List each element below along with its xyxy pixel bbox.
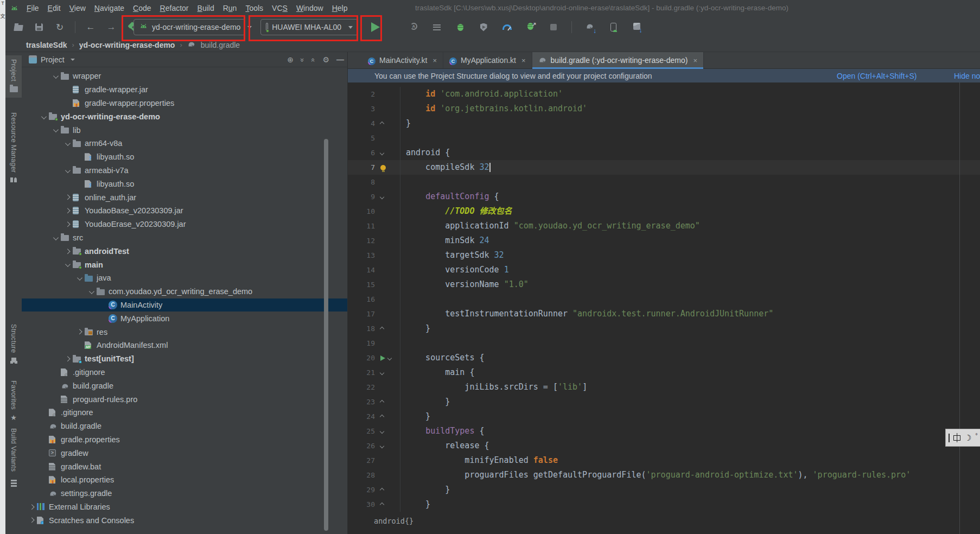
code-line[interactable]: 5 (348, 131, 980, 145)
tree-item[interactable]: CMyApplication (22, 312, 347, 325)
tree-item[interactable]: ?libyauth.so (22, 177, 347, 190)
device-manager-icon[interactable] (607, 21, 620, 34)
menu-window[interactable]: Window (292, 2, 328, 14)
fold-marker-icon[interactable] (380, 443, 384, 448)
chevron-right-icon[interactable] (29, 518, 34, 523)
editor-tab[interactable]: CMyApplication.kt× (443, 52, 532, 68)
tree-item[interactable]: src (22, 231, 347, 245)
tree-item[interactable]: ⊘.gitignore (22, 406, 347, 419)
menu-file[interactable]: File (22, 2, 43, 14)
tree-item[interactable]: com.youdao.yd_ocr_writing_erase_demo (22, 285, 347, 298)
code-line[interactable]: 29 } (348, 482, 980, 497)
tree-item[interactable]: settings.gradle (22, 487, 347, 500)
tree-item[interactable]: online_auth.jar (22, 190, 347, 204)
fold-marker-icon[interactable] (380, 414, 384, 418)
menu-tools[interactable]: Tools (241, 2, 268, 14)
chevron-right-icon[interactable] (29, 504, 34, 509)
code-line[interactable]: 18 } (348, 321, 980, 336)
tree-item[interactable]: armeabi-v7a (22, 164, 347, 177)
code-line[interactable]: 2 id 'com.android.application' (348, 87, 980, 101)
sidebar-tab-build-variants[interactable]: Build Variants (5, 424, 22, 487)
project-panel-title[interactable]: Project (41, 55, 65, 64)
hide-panel-icon[interactable]: — (336, 55, 344, 64)
attach-debugger-icon[interactable]: ↗ (524, 21, 537, 34)
menu-code[interactable]: Code (129, 2, 155, 14)
fold-marker-icon[interactable] (387, 355, 392, 360)
sidebar-tab-favorites[interactable]: Favorites★ (5, 377, 22, 425)
close-icon[interactable]: × (521, 56, 526, 65)
menu-help[interactable]: Help (328, 2, 352, 14)
code-line[interactable]: 10 //TODO 修改包名 (348, 204, 980, 219)
menu-edit[interactable]: Edit (43, 2, 65, 14)
ime-fullwidth-icon[interactable]: ☽ (964, 433, 971, 443)
profiler-icon[interactable] (500, 21, 513, 34)
sidebar-tab-project[interactable]: Project (5, 55, 22, 98)
back-icon[interactable]: ← (84, 21, 97, 34)
menu-navigate[interactable]: Navigate (90, 2, 129, 14)
close-icon[interactable]: × (432, 56, 437, 65)
code-line[interactable]: 13 targetSdk 32 (348, 248, 980, 263)
chevron-down-icon[interactable] (53, 127, 58, 132)
chevron-down-icon[interactable] (41, 113, 46, 118)
tree-item[interactable]: local.properties (22, 473, 347, 487)
code-line[interactable]: 23 } (348, 395, 980, 409)
fold-marker-icon[interactable] (380, 502, 384, 506)
menu-refactor[interactable]: Refactor (156, 2, 193, 14)
chevron-right-icon[interactable] (65, 208, 69, 213)
code-line[interactable]: 6android { (348, 145, 980, 160)
code-line[interactable]: 7 compileSdk 32 (348, 160, 980, 175)
fold-marker-icon[interactable] (380, 326, 384, 330)
open-folder-icon[interactable] (12, 21, 25, 34)
code-line[interactable]: 19 (348, 336, 980, 351)
editor-scrollbar-track[interactable] (959, 82, 960, 534)
code-line[interactable]: 11 applicationId "com.youdao.yd_ocr_writ… (348, 219, 980, 233)
chevron-down-icon[interactable] (53, 235, 58, 240)
menu-view[interactable]: View (65, 2, 90, 14)
tree-item[interactable]: build.gradle (22, 379, 347, 392)
sdk-manager-icon[interactable]: ↓ (630, 21, 643, 34)
run-line-icon[interactable] (380, 355, 385, 361)
chevron-down-icon[interactable] (77, 275, 82, 280)
chevron-down-icon[interactable] (71, 59, 75, 61)
editor-tab[interactable]: build.gradle (:yd-ocr-writing-erase-demo… (532, 52, 704, 68)
banner-open-link[interactable]: Open (Ctrl+Alt+Shift+S) (837, 72, 917, 80)
code-line[interactable]: 15 versionName "1.0" (348, 277, 980, 292)
collapse-all-icon[interactable]: » (301, 55, 304, 64)
code-line[interactable]: 22 jniLibs.srcDirs = ['lib'] (348, 380, 980, 395)
code-line[interactable]: 26 release { (348, 438, 980, 453)
code-line[interactable]: 28 proguardFiles getDefaultProguardFile(… (348, 468, 980, 482)
code-line[interactable]: 4} (348, 116, 980, 131)
code-line[interactable]: 9 defaultConfig { (348, 189, 980, 204)
code-line[interactable]: 16 (348, 292, 980, 307)
tree-item[interactable]: YoudaoBase_v20230309.jar (22, 204, 347, 218)
tree-item[interactable]: External Libraries (22, 500, 347, 514)
tree-item[interactable]: proguard-rules.pro (22, 392, 347, 406)
project-tree-scrollbar[interactable] (324, 139, 328, 531)
fold-marker-icon[interactable] (380, 150, 384, 155)
profile-icon[interactable] (477, 21, 490, 34)
sync-icon[interactable]: ↻ (53, 21, 66, 34)
save-all-icon[interactable] (33, 21, 46, 34)
code-line[interactable]: 27 minifyEnabled false (348, 453, 980, 468)
tree-item[interactable]: >gradlew (22, 446, 347, 460)
fold-marker-icon[interactable] (380, 429, 384, 433)
chevron-right-icon[interactable] (65, 222, 69, 227)
close-icon[interactable]: × (693, 56, 697, 65)
stop-icon[interactable] (547, 21, 560, 34)
tree-item[interactable]: ?libyauth.so (22, 150, 347, 164)
tree-item[interactable]: CMainActivity (22, 298, 347, 312)
menu-run[interactable]: Run (219, 2, 241, 14)
breadcrumb-item[interactable]: yd-ocr-writing-erase-demo (79, 41, 175, 49)
tree-item[interactable]: wrapper (22, 69, 347, 83)
chevron-down-icon[interactable] (65, 168, 70, 173)
fold-marker-icon[interactable] (380, 399, 384, 404)
code-line[interactable]: 14 versionCode 1 (348, 263, 980, 277)
debug-icon[interactable] (454, 21, 467, 34)
chevron-right-icon[interactable] (65, 249, 69, 253)
code-editor[interactable]: 2 id 'com.android.application'3 id 'org.… (348, 82, 980, 534)
breadcrumb-item[interactable]: traslateSdk (26, 41, 67, 49)
code-line[interactable]: 25 buildTypes { (348, 424, 980, 438)
editor-tab[interactable]: CMainActivity.kt× (362, 52, 443, 68)
sidebar-tab-resource-manager[interactable]: Resource Manager (5, 109, 22, 188)
tree-item[interactable]: build.gradle (22, 419, 347, 433)
